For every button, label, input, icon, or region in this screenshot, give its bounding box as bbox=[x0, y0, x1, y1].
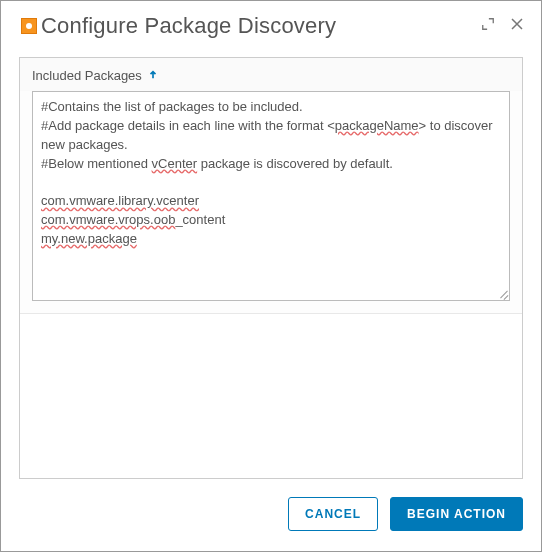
results-panel bbox=[20, 313, 522, 478]
dialog-title: Configure Package Discovery bbox=[41, 13, 481, 39]
cancel-button[interactable]: Cancel bbox=[288, 497, 378, 531]
package-icon bbox=[21, 18, 37, 34]
dialog-header: Configure Package Discovery bbox=[1, 1, 541, 47]
resize-handle-icon[interactable] bbox=[496, 287, 508, 299]
begin-action-button[interactable]: Begin Action bbox=[390, 497, 523, 531]
close-icon[interactable] bbox=[509, 16, 525, 36]
dialog-footer: Cancel Begin Action bbox=[1, 479, 541, 551]
packages-textarea[interactable]: #Contains the list of packages to be inc… bbox=[32, 91, 510, 301]
sort-arrow-up-icon bbox=[148, 68, 158, 83]
expand-icon[interactable] bbox=[481, 17, 495, 35]
configure-package-discovery-dialog: Configure Package Discovery Included Pac… bbox=[0, 0, 542, 552]
content-frame: Included Packages #Contains the list of … bbox=[19, 57, 523, 479]
packages-content: #Contains the list of packages to be inc… bbox=[41, 98, 501, 249]
included-packages-header[interactable]: Included Packages bbox=[20, 58, 522, 91]
section-label: Included Packages bbox=[32, 68, 142, 83]
